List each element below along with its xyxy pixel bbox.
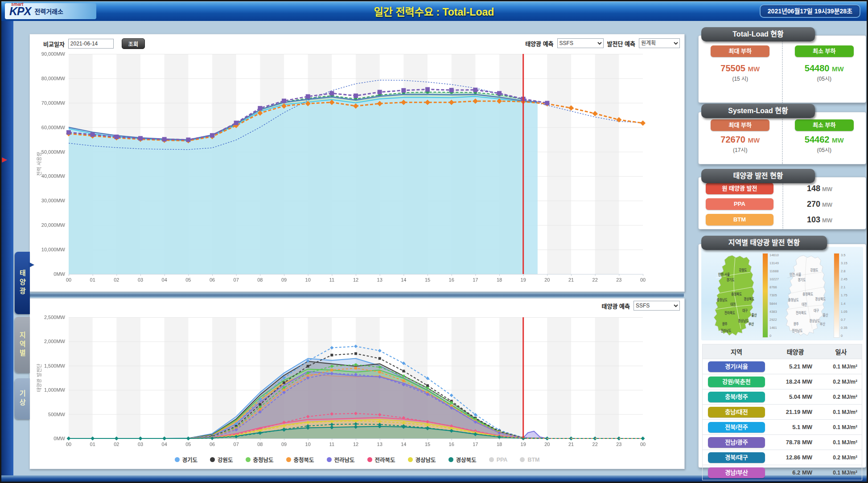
legend-item[interactable]: 전라남도: [327, 455, 355, 464]
legend-label: 경상남도: [415, 455, 436, 464]
regional-solar-card: 강원도인천·서울경기도충청북도충청남도대전경상북도대구전라북도울산경상남도광주부…: [698, 244, 866, 468]
legend-label: BTM: [527, 457, 539, 463]
left-expand-arrow-icon[interactable]: ▶: [2, 156, 7, 164]
province-label: 경기도: [798, 278, 806, 282]
regional-solar-card-title: 지역별 태양광 발전 현황: [701, 236, 827, 250]
legend-item[interactable]: 경상북도: [448, 455, 477, 464]
ppa-value: 270MW: [773, 200, 866, 209]
legend-label: 전라남도: [334, 455, 355, 464]
logo-org-text: 전력거래소: [34, 7, 63, 16]
app-header: smart KPX 전력거래소 일간 전력수요 : Total-Load 202…: [1, 1, 867, 21]
legend-dot-icon: [327, 457, 332, 462]
solar-forecast-select-bottom[interactable]: SSFS: [634, 301, 680, 311]
province-label: 대구: [814, 308, 819, 313]
province-label: 경상남도: [738, 319, 749, 323]
province-label: 전라북도: [796, 311, 806, 315]
system-max-load-time: (17시): [733, 146, 747, 153]
scale-tick-label: 2922: [769, 318, 781, 322]
total-load-card-title: Total-Load 현황: [701, 27, 815, 41]
solar-forecast-controls-bottom: 태양광 예측 SSFS: [602, 301, 680, 311]
legend-item[interactable]: 충청북도: [286, 455, 314, 464]
solar-forecast-select[interactable]: SSFS: [557, 38, 604, 48]
total-load-max-col: 최대 부하 75505 MW (15 시): [699, 36, 783, 102]
korea-maps: 강원도인천·서울경기도충청북도충청남도대전경상북도대구전라북도울산경상남도광주부…: [701, 247, 863, 340]
solar-gen-chart-canvas: [31, 314, 682, 452]
legend-dot-icon: [489, 457, 494, 462]
insolation-value: 0.2 MJ/m²: [820, 454, 862, 461]
table-row: 강원/북춘천 18.24 MW 0.2 MJ/m²: [703, 374, 862, 389]
generation-scale-labels: 1461013149116881022787667305584443832922…: [769, 253, 781, 338]
province-label: 충청남도: [717, 298, 728, 302]
scale-tick-label: 1.05: [841, 310, 852, 314]
max-load-badge: 최대 부하: [711, 45, 769, 57]
legend-item[interactable]: 경상남도: [408, 455, 436, 464]
insolation-scale-bar: [834, 253, 839, 338]
table-row: 경남/부산 6.2 MW 0.1 MJ/m²: [703, 465, 862, 480]
tab-weather[interactable]: 기상: [15, 378, 30, 419]
page-title: 일간 전력수요 : Total-Load: [1, 4, 867, 19]
solar-total-badge: 원 태양광 발전: [706, 183, 773, 194]
region-table: 지역 태양광 일사 경기/서울 5.21 MW 0.1 MJ/m² 강원/북춘천…: [702, 344, 862, 480]
col-insolation: 일사: [820, 347, 862, 356]
insolation-value: 0.1 MJ/m²: [820, 424, 862, 430]
solar-value: 12.86 MW: [770, 454, 820, 461]
col-region: 지역: [703, 347, 770, 356]
legend-item[interactable]: BTM: [520, 455, 539, 464]
system-max-load-badge: 최대 부하: [711, 119, 769, 131]
scale-tick-label: 2.8: [841, 269, 852, 273]
table-row: 전북/전주 5.1 MW 0.1 MJ/m²: [703, 420, 862, 435]
solar-status-card: 원 태양광 발전 148MW PPA 270MW BTM 103MW: [698, 177, 866, 229]
logo-smart-text: smart: [11, 2, 23, 7]
compare-date-controls: 비교일자 조회: [43, 38, 145, 49]
table-row: 충북/청주 5.04 MW 0.2 MJ/m²: [703, 389, 862, 405]
region-badge: 전북/전주: [708, 422, 765, 433]
legend-dot-icon: [520, 457, 525, 462]
legend-label: PPA: [497, 457, 508, 463]
province-label: 충청남도: [788, 298, 799, 302]
min-load-time: (05시): [817, 74, 831, 82]
legend-label: 충청남도: [253, 455, 274, 464]
scale-tick-label: 0.7: [841, 318, 852, 322]
legend-dot-icon: [286, 457, 291, 462]
table-row: 전남/광주 78.78 MW 0.1 MJ/m²: [703, 435, 862, 450]
scale-tick-label: 1.75: [841, 293, 852, 297]
province-label: 인천·서울: [718, 272, 730, 277]
system-min-load-badge: 최소 부하: [795, 119, 854, 131]
solar-value: 18.24 MW: [770, 378, 820, 385]
scale-tick-label: 1.4: [841, 302, 852, 306]
tab-solar[interactable]: 태양광: [15, 252, 30, 314]
max-load-time: (15 시): [732, 74, 748, 82]
solar-value: 6.2 MW: [770, 469, 820, 476]
region-badge: 경기/서울: [708, 361, 765, 372]
btm-badge: BTM: [706, 214, 773, 225]
min-load-value: 54480 MW: [805, 63, 844, 74]
forecast-controls: 태양광 예측 SSFS 발전단 예측 원계획: [525, 38, 680, 48]
panel-divider: [15, 291, 684, 297]
province-label: 충청북도: [731, 292, 742, 296]
scale-tick-label: 0.35: [841, 326, 852, 330]
region-table-header: 지역 태양광 일사: [703, 344, 862, 359]
solar-status-row: 원 태양광 발전 148MW: [706, 183, 866, 194]
legend-dot-icon: [408, 457, 413, 462]
legend-item[interactable]: 충청남도: [246, 455, 274, 464]
region-badge: 경북/대구: [708, 452, 765, 463]
province-label: 대구: [742, 308, 748, 313]
gen-forecast-select[interactable]: 원계획: [639, 38, 680, 48]
legend-item[interactable]: 전라북도: [367, 455, 395, 464]
table-row: 경북/대구 12.86 MW 0.2 MJ/m²: [703, 450, 862, 465]
scale-tick-label: 13149: [769, 261, 781, 265]
legend-item[interactable]: 경기도: [175, 455, 198, 464]
system-load-min-col: 최소 부하 54462 MW (05시): [783, 112, 866, 164]
province-label: 전라북도: [724, 311, 735, 315]
region-badge: 전남/광주: [708, 437, 765, 448]
province-label: 인천·서울: [790, 272, 801, 277]
legend-item[interactable]: PPA: [489, 455, 508, 464]
legend-label: 경기도: [182, 455, 198, 464]
search-button[interactable]: 조회: [122, 38, 145, 49]
tab-regional[interactable]: 지역별: [15, 317, 30, 373]
compare-date-input[interactable]: [68, 39, 114, 49]
total-load-min-col: 최소 부하 54480 MW (05시): [783, 36, 866, 102]
scale-tick-label: 10227: [769, 277, 781, 281]
insolation-value: 0.1 MJ/m²: [820, 470, 862, 476]
legend-item[interactable]: 강원도: [210, 455, 233, 464]
